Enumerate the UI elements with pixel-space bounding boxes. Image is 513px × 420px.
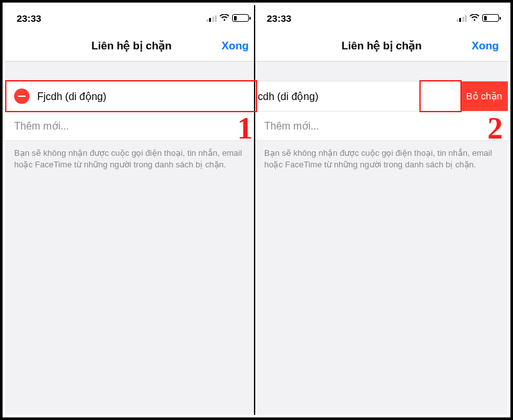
page-title: Liên hệ bị chặn [91,39,171,53]
cellular-signal-icon [206,15,217,22]
add-new-row[interactable]: Thêm mới... [255,112,508,141]
status-indicators [206,14,249,22]
battery-icon [232,14,249,22]
remove-minus-icon[interactable] [14,88,29,104]
swipe-reveal-area [419,81,460,111]
status-bar: 23:33 [255,5,508,31]
screenshot-right-pane: 23:33 Liên hệ bị chặn Xong cdh (di động) [254,5,508,415]
contact-name-label: cdh (di động) [258,90,319,103]
done-button[interactable]: Xong [222,40,249,53]
explanation-footer: Bạn sẽ không nhận được cuộc gọi điện tho… [255,141,508,170]
unblock-button[interactable]: Bỏ chặn [460,81,508,111]
annotation-step-number: 1 [237,110,253,146]
nav-bar: Liên hệ bị chặn Xong [255,31,508,62]
status-time: 23:33 [267,13,291,24]
tutorial-frame: 23:33 Liên hệ bị chặn Xong Fjcdh (di độn… [0,0,513,420]
status-indicators [457,14,500,22]
add-new-label: Thêm mới... [264,120,319,132]
explanation-footer: Bạn sẽ không nhận được cuộc gọi điện tho… [5,141,258,170]
wifi-icon [469,14,480,22]
add-new-label: Thêm mới... [14,120,69,132]
cellular-signal-icon [457,15,467,22]
add-new-row[interactable]: Thêm mới... [5,112,258,141]
battery-icon [482,14,499,22]
wifi-icon [219,14,230,22]
unblock-button-label: Bỏ chặn [466,90,502,102]
blocked-contact-row[interactable]: Fjcdh (di động) [5,81,258,112]
nav-bar: Liên hệ bị chặn Xong [5,31,258,62]
page-title: Liên hệ bị chặn [341,39,421,53]
done-button[interactable]: Xong [472,40,500,53]
blocked-contact-row[interactable]: cdh (di động) Bỏ chặn [255,81,508,112]
annotation-step-number: 2 [487,110,503,146]
screenshot-left-pane: 23:33 Liên hệ bị chặn Xong Fjcdh (di độn… [5,5,259,415]
status-bar: 23:33 [5,5,258,31]
contact-name-label: Fjcdh (di động) [37,90,106,103]
status-time: 23:33 [17,13,41,24]
